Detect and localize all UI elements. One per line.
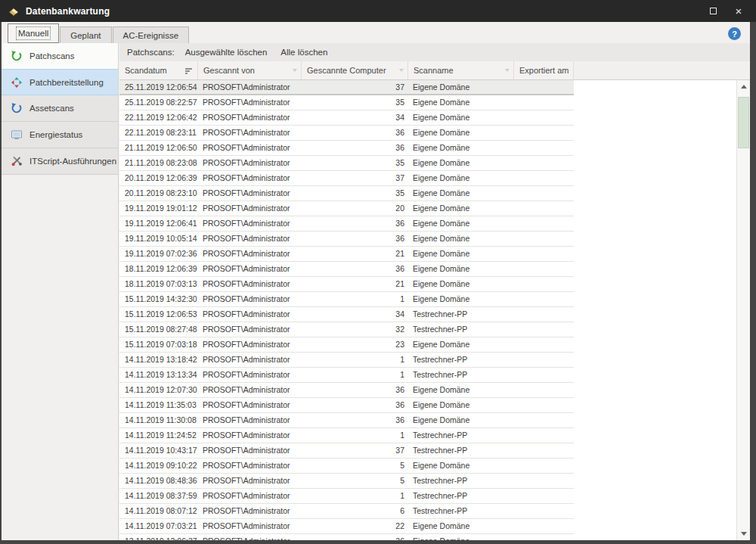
table-row[interactable]: 22.11.2019 08:23:11 PROSOFT\Administrato…	[119, 126, 574, 141]
column-header-blank	[574, 61, 750, 79]
cell-gescannte-computer: 22	[302, 519, 404, 533]
cell-scandatum: 14.11.2019 13:13:34	[125, 368, 197, 382]
sidebar-item-energiestatus[interactable]: Energiestatus	[2, 122, 118, 148]
column-header-gescannt-von[interactable]: Gescannt von	[198, 61, 302, 79]
cell-gescannt-von: PROSOFT\Administrator	[203, 368, 299, 382]
client-area: Manuell Geplant AC-Ereignisse ?	[2, 22, 750, 540]
sidebar-item-patchscans[interactable]: Patchscans	[2, 43, 118, 70]
tab-ac-ereignisse[interactable]: AC-Ereignisse	[113, 26, 190, 43]
cell-exportiert-am	[517, 110, 572, 125]
table-row[interactable]: 14.11.2019 11:30:08 PROSOFT\Administrato…	[119, 413, 574, 428]
column-header-scanname[interactable]: Scanname	[408, 61, 514, 79]
table-row[interactable]: 14.11.2019 11:24:52 PROSOFT\Administrato…	[119, 428, 574, 443]
cell-scanname: Eigene Domäne	[413, 171, 513, 185]
cell-scandatum: 25.11.2019 08:22:57	[125, 95, 197, 110]
table-row[interactable]: 14.11.2019 08:48:36 PROSOFT\Administrato…	[119, 474, 574, 489]
table-row[interactable]: 18.11.2019 07:03:13 PROSOFT\Administrato…	[119, 277, 574, 292]
vertical-scrollbar[interactable]	[736, 80, 750, 540]
table-row[interactable]: 15.11.2019 08:27:48 PROSOFT\Administrato…	[119, 322, 574, 337]
cell-gescannte-computer: 36	[302, 262, 404, 276]
cell-scandatum: 14.11.2019 09:10:22	[125, 459, 197, 473]
cell-gescannte-computer: 5	[302, 474, 404, 488]
cell-gescannte-computer: 1	[302, 368, 404, 382]
delete-all-button[interactable]: Alle löschen	[276, 46, 332, 58]
table-row[interactable]: 14.11.2019 09:10:22 PROSOFT\Administrato…	[119, 459, 574, 474]
cell-scanname: Eigene Domäne	[413, 337, 513, 352]
tabstrip: Manuell Geplant AC-Ereignisse ?	[2, 22, 750, 43]
table-row[interactable]: 19.11.2019 10:05:14 PROSOFT\Administrato…	[119, 232, 574, 247]
toolbar-label: Patchscans:	[127, 48, 175, 57]
cell-scandatum: 20.11.2019 08:23:10	[125, 186, 197, 201]
cell-exportiert-am	[517, 337, 572, 352]
cell-scandatum: 14.11.2019 10:43:17	[125, 443, 197, 458]
cell-exportiert-am	[517, 141, 572, 155]
table-row[interactable]: 20.11.2019 08:23:10 PROSOFT\Administrato…	[119, 186, 574, 201]
cell-scanname: Eigene Domäne	[413, 80, 513, 95]
table-header: Scandatum Gescannt von Gescannte Compute…	[119, 61, 750, 80]
table-row[interactable]: 19.11.2019 19:01:12 PROSOFT\Administrato…	[119, 201, 574, 216]
help-button[interactable]: ?	[728, 27, 741, 40]
table-row[interactable]: 25.11.2019 08:22:57 PROSOFT\Administrato…	[119, 95, 574, 110]
cell-exportiert-am	[517, 413, 572, 427]
table-body: 25.11.2019 12:06:54 PROSOFT\Administrato…	[119, 80, 736, 540]
table-row[interactable]: 13.11.2019 12:06:37 PROSOFT\Administrato…	[119, 534, 574, 540]
column-header-scandatum[interactable]: Scandatum	[119, 61, 198, 79]
cell-scanname: Testrechner-PP	[413, 504, 513, 518]
cell-gescannte-computer: 36	[302, 398, 404, 412]
scroll-up-button[interactable]	[737, 80, 750, 93]
cell-scandatum: 15.11.2019 08:27:48	[125, 322, 197, 337]
table-row[interactable]: 22.11.2019 12:06:42 PROSOFT\Administrato…	[119, 110, 574, 126]
table-row[interactable]: 15.11.2019 12:06:53 PROSOFT\Administrato…	[119, 307, 574, 322]
cell-gescannt-von: PROSOFT\Administrator	[203, 443, 299, 458]
sidebar-item-patchbereitstellung[interactable]: Patchbereitstellung	[2, 69, 118, 95]
table-row[interactable]: 21.11.2019 08:23:08 PROSOFT\Administrato…	[119, 156, 574, 171]
table-row[interactable]: 18.11.2019 12:06:39 PROSOFT\Administrato…	[119, 262, 574, 277]
tab-geplant[interactable]: Geplant	[60, 26, 111, 43]
cell-scanname: Eigene Domäne	[413, 413, 513, 427]
cell-scandatum: 19.11.2019 10:05:14	[125, 232, 197, 246]
cell-exportiert-am	[517, 428, 572, 443]
filter-dropdown-icon	[399, 69, 404, 72]
table-row[interactable]: 14.11.2019 12:07:30 PROSOFT\Administrato…	[119, 383, 574, 398]
cell-gescannte-computer: 37	[302, 80, 404, 95]
app-icon	[8, 5, 20, 17]
cell-exportiert-am	[517, 292, 572, 306]
table-row[interactable]: 14.11.2019 08:07:12 PROSOFT\Administrato…	[119, 504, 574, 519]
table-row[interactable]: 15.11.2019 14:32:30 PROSOFT\Administrato…	[119, 292, 574, 307]
sidebar-item-itscript-ausfuehrungen[interactable]: ITScript-Ausführungen	[2, 148, 118, 175]
table-row[interactable]: 14.11.2019 10:43:17 PROSOFT\Administrato…	[119, 443, 574, 459]
delete-selected-button[interactable]: Ausgewählte löschen	[181, 46, 272, 58]
cell-exportiert-am	[517, 156, 572, 170]
table-row[interactable]: 19.11.2019 07:02:36 PROSOFT\Administrato…	[119, 247, 574, 262]
tab-manuell[interactable]: Manuell	[8, 23, 59, 43]
table-row[interactable]: 20.11.2019 12:06:39 PROSOFT\Administrato…	[119, 171, 574, 186]
table-row[interactable]: 14.11.2019 07:03:21 PROSOFT\Administrato…	[119, 519, 574, 534]
table-row[interactable]: 21.11.2019 12:06:50 PROSOFT\Administrato…	[119, 141, 574, 156]
refresh-blue-icon	[11, 102, 23, 114]
column-header-gescannte-computer[interactable]: Gescannte Computer	[302, 61, 408, 79]
scrollbar-thumb[interactable]	[738, 97, 749, 148]
cell-scandatum: 14.11.2019 08:48:36	[125, 474, 197, 488]
cell-gescannt-von: PROSOFT\Administrator	[203, 519, 299, 533]
sidebar-item-label: ITScript-Ausführungen	[29, 157, 116, 166]
table-row[interactable]: 25.11.2019 12:06:54 PROSOFT\Administrato…	[119, 80, 574, 95]
scroll-down-button[interactable]	[737, 527, 750, 540]
cell-gescannt-von: PROSOFT\Administrator	[203, 413, 299, 427]
table-row[interactable]: 14.11.2019 08:37:59 PROSOFT\Administrato…	[119, 489, 574, 504]
column-header-exportiert-am[interactable]: Exportiert am	[514, 61, 574, 79]
sidebar-item-assetscans[interactable]: Assetscans	[2, 95, 118, 122]
table-row[interactable]: 14.11.2019 11:35:03 PROSOFT\Administrato…	[119, 398, 574, 413]
cell-gescannt-von: PROSOFT\Administrator	[203, 95, 299, 110]
close-button[interactable]: ×	[726, 0, 751, 22]
table-row[interactable]: 14.11.2019 13:18:42 PROSOFT\Administrato…	[119, 353, 574, 368]
cell-exportiert-am	[517, 277, 572, 291]
cell-scanname: Testrechner-PP	[413, 428, 513, 443]
table-row[interactable]: 14.11.2019 13:13:34 PROSOFT\Administrato…	[119, 368, 574, 383]
cell-scanname: Eigene Domäne	[413, 383, 513, 397]
window-controls: ×	[700, 0, 756, 22]
cell-scanname: Eigene Domäne	[413, 292, 513, 306]
table-row[interactable]: 19.11.2019 12:06:41 PROSOFT\Administrato…	[119, 216, 574, 232]
table-row[interactable]: 15.11.2019 07:03:18 PROSOFT\Administrato…	[119, 337, 574, 353]
maximize-button[interactable]	[700, 0, 726, 22]
cell-gescannt-von: PROSOFT\Administrator	[203, 141, 299, 155]
